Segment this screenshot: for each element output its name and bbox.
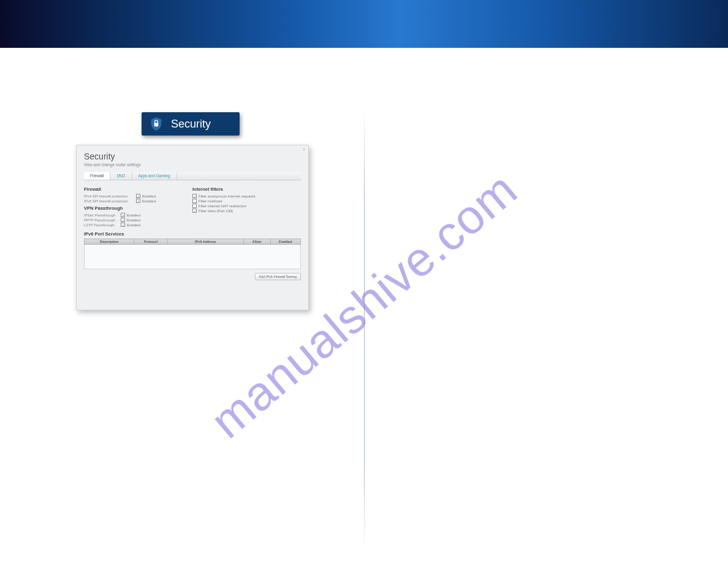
filters-heading: Internet filters [192, 186, 301, 192]
checkbox-icon[interactable] [121, 223, 125, 227]
row-label: L2TP Passthrough [84, 223, 121, 227]
vpn-heading: VPN Passthrough [84, 205, 192, 211]
row-value: Enabled [127, 213, 140, 217]
checkbox-icon[interactable] [192, 194, 197, 198]
shield-lock-icon [150, 117, 162, 131]
filter-row-nat: Filter Internet NAT redirection [192, 204, 301, 208]
checkbox-icon[interactable] [136, 199, 140, 203]
checkbox-icon[interactable] [192, 204, 197, 208]
vpn-row-l2tp: L2TP Passthrough Enabled [84, 223, 192, 227]
header-banner [0, 0, 728, 48]
add-ipv6-firewall-button[interactable]: Add IPv6 Firewall Setting [255, 273, 301, 280]
tab-apps-gaming[interactable]: Apps and Gaming [132, 172, 177, 180]
row-label: Filter ident (Port 133) [199, 209, 233, 213]
th-description: Description [85, 239, 134, 244]
th-enabled: Enabled [271, 239, 300, 244]
security-panel: × Security View and change router settin… [76, 145, 309, 310]
row-label: Filter multicast [199, 199, 222, 203]
checkbox-icon[interactable] [192, 209, 197, 213]
filter-row-multicast: Filter multicast [192, 199, 301, 203]
panel-subtitle: View and change router settings [84, 163, 301, 167]
row-value: Enabled [142, 194, 156, 198]
svg-rect-0 [154, 123, 159, 126]
firewall-row-ipv6: IPv6 SPI firewall protection Enabled [84, 199, 192, 203]
panel-footer: Add IPv6 Firewall Setting [84, 273, 301, 280]
page-content: manualshive.com Security × Security View… [0, 48, 728, 563]
th-ipv6-address: IPv6 Address [168, 239, 244, 244]
form-body: Firewall IPv4 SPI firewall protection En… [84, 184, 301, 228]
checkbox-icon[interactable] [136, 194, 140, 198]
close-icon[interactable]: × [303, 147, 305, 151]
table-body-empty [84, 245, 301, 269]
security-badge-label: Security [171, 118, 211, 131]
firewall-heading: Firewall [84, 186, 192, 192]
filter-row-ident: Filter ident (Port 133) [192, 209, 301, 213]
security-badge: Security [142, 112, 240, 136]
row-value: Enabled [127, 218, 140, 222]
row-label: IPSec Passthrough [84, 213, 121, 217]
row-label: IPv6 SPI firewall protection [84, 199, 136, 203]
right-column: Internet filters Filter anonymous Intern… [192, 184, 301, 228]
tab-firewall[interactable]: Firewall [84, 172, 110, 180]
row-value: Enabled [127, 223, 140, 227]
left-column: Firewall IPv4 SPI firewall protection En… [84, 184, 192, 228]
row-label: PPTP Passthrough [84, 218, 121, 222]
firewall-row-ipv4: IPv4 SPI firewall protection Enabled [84, 194, 192, 198]
tab-dmz[interactable]: DMZ [110, 172, 132, 180]
tabs: Firewall DMZ Apps and Gaming [84, 172, 301, 180]
panel-title: Security [84, 151, 301, 161]
table-header: Description Protocol IPv6 Address Allow … [84, 239, 301, 245]
ipv6-heading: IPv6 Port Services [84, 231, 301, 237]
th-protocol: Protocol [134, 239, 168, 244]
row-label: Filter anonymous Internet requests [199, 194, 256, 198]
row-label: IPv4 SPI firewall protection [84, 194, 136, 198]
checkbox-icon[interactable] [192, 199, 197, 203]
checkbox-icon[interactable] [121, 213, 125, 217]
row-value: Enabled [142, 199, 156, 203]
vpn-row-ipsec: IPSec Passthrough Enabled [84, 213, 192, 217]
center-divider [364, 109, 365, 551]
vpn-row-pptp: PPTP Passthrough Enabled [84, 218, 192, 222]
filter-row-anon: Filter anonymous Internet requests [192, 194, 301, 198]
row-label: Filter Internet NAT redirection [199, 204, 246, 208]
checkbox-icon[interactable] [121, 218, 125, 222]
ipv6-port-services: IPv6 Port Services Description Protocol … [84, 231, 301, 269]
th-allow: Allow [244, 239, 271, 244]
